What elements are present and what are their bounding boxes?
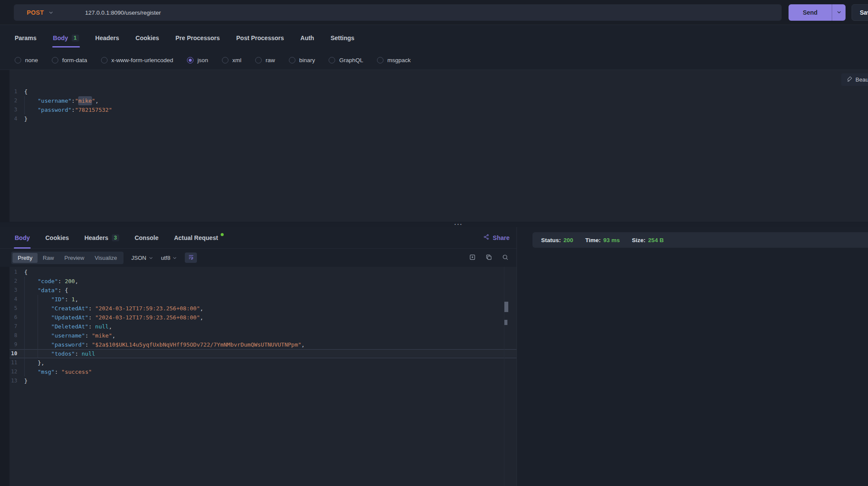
search-button[interactable] <box>502 254 509 262</box>
language-dropdown[interactable]: JSON <box>131 255 153 261</box>
token: "msg" <box>38 367 54 376</box>
request-bar: POST 127.0.0.1:8090/users/register Send … <box>0 0 868 25</box>
radio-circle-icon <box>222 57 228 63</box>
share-label: Share <box>493 234 510 241</box>
token: : <box>85 331 92 340</box>
scrollbar-annotation-mark[interactable] <box>504 302 508 312</box>
token: , <box>301 340 305 349</box>
request-tab-headers[interactable]: Headers <box>95 25 119 51</box>
response-tab-body[interactable]: Body <box>15 227 30 248</box>
response-tab-label: Cookies <box>45 234 69 241</box>
body-type-xml[interactable]: xml <box>222 57 241 63</box>
line-number: 3 <box>0 105 24 114</box>
send-button[interactable]: Send <box>789 4 832 21</box>
size-label: Size: <box>632 237 646 243</box>
view-mode-preview[interactable]: Preview <box>59 253 89 263</box>
body-type-json[interactable]: json <box>187 57 208 63</box>
beautify-button[interactable]: Beautify <box>841 73 868 86</box>
token: : <box>72 105 75 114</box>
encoding-dropdown[interactable]: utf8 <box>161 255 177 261</box>
download-button[interactable] <box>469 254 476 262</box>
body-type-msgpack[interactable]: msgpack <box>377 57 411 63</box>
response-tab-label: Actual Request <box>174 234 218 241</box>
request-tab-post-processors[interactable]: Post Processors <box>236 25 284 51</box>
request-code-area[interactable]: 1{2"username":"mike",3"password":"782157… <box>0 87 868 123</box>
body-type-label: x-www-form-urlencoded <box>111 57 173 63</box>
request-tab-body[interactable]: Body1 <box>53 25 79 51</box>
response-tab-console[interactable]: Console <box>135 227 158 248</box>
response-tab-actual-request[interactable]: Actual Request <box>174 227 224 248</box>
view-mode-pretty[interactable]: Pretty <box>13 253 38 263</box>
encoding-label: utf8 <box>161 255 171 261</box>
time-value: 93 ms <box>603 237 620 243</box>
request-tab-params[interactable]: Params <box>15 25 37 51</box>
request-tab-pre-processors[interactable]: Pre Processors <box>175 25 220 51</box>
view-mode-switcher: PrettyRawPreviewVisualize <box>11 252 124 264</box>
line-number: 4 <box>0 114 24 123</box>
token: }, <box>38 358 44 367</box>
response-panel: BodyCookiesHeaders3ConsoleActual Request… <box>0 227 516 486</box>
token: : <box>89 322 95 331</box>
code-line: 13} <box>0 376 516 385</box>
radio-circle-icon <box>15 57 21 63</box>
line-number: 10 <box>0 349 24 358</box>
view-mode-visualize[interactable]: Visualize <box>89 253 122 263</box>
editor-overview-ruler <box>504 267 504 486</box>
body-type-graphql[interactable]: GraphQL <box>329 57 363 63</box>
token: } <box>24 376 28 385</box>
response-body-viewer[interactable]: 1{2"code": 200,3"data": {4"ID": 1,5"Crea… <box>0 267 516 486</box>
request-tab-label: Settings <box>330 35 354 41</box>
code-text: "DeletedAt": null, <box>24 322 112 331</box>
code-line: 5"CreatedAt": "2024-03-12T17:59:23.256+0… <box>0 304 516 313</box>
token: : <box>65 295 72 304</box>
splitter-handle-icon[interactable]: ··· <box>454 222 463 227</box>
request-tab-auth[interactable]: Auth <box>301 25 314 51</box>
code-text: "CreatedAt": "2024-03-12T17:59:23.256+08… <box>24 304 203 313</box>
body-type-none[interactable]: none <box>15 57 38 63</box>
url-input[interactable]: 127.0.0.1:8090/users/register <box>85 9 161 16</box>
time-label: Time: <box>585 237 601 243</box>
code-text: "username": "mike", <box>24 331 115 340</box>
token: "username" <box>51 331 85 340</box>
code-line: 4"ID": 1, <box>0 295 516 304</box>
share-button[interactable]: Share <box>483 227 510 248</box>
size-group: Size: 254 B <box>632 237 664 243</box>
body-type-label: GraphQL <box>339 57 363 63</box>
view-mode-raw[interactable]: Raw <box>38 253 59 263</box>
scrollbar-annotation-mark[interactable] <box>504 320 507 325</box>
response-tab-headers[interactable]: Headers3 <box>84 227 119 248</box>
body-type-raw[interactable]: raw <box>255 57 275 63</box>
word-wrap-button[interactable] <box>185 252 197 263</box>
line-number: 8 <box>0 331 24 340</box>
response-tab-cookies[interactable]: Cookies <box>45 227 69 248</box>
body-type-label: binary <box>299 57 315 63</box>
api-client-window: POST 127.0.0.1:8090/users/register Send … <box>0 0 868 486</box>
copy-button[interactable] <box>485 254 492 262</box>
indent-guide-icon <box>38 331 51 340</box>
request-tab-settings[interactable]: Settings <box>330 25 354 51</box>
panel-splitter[interactable]: ··· <box>0 222 868 227</box>
body-type-form-data[interactable]: form-data <box>52 57 87 63</box>
indent-guide-icon <box>24 304 38 313</box>
token: "2024-03-12T17:59:23.256+08:00" <box>95 313 200 322</box>
body-type-x-www-form-urlencoded[interactable]: x-www-form-urlencoded <box>101 57 173 63</box>
line-number: 12 <box>0 367 24 376</box>
indent-guide-icon <box>24 313 38 322</box>
indent-guide-icon <box>24 349 38 358</box>
body-type-binary[interactable]: binary <box>289 57 315 63</box>
copy-icon <box>485 254 492 262</box>
token: : <box>89 313 95 322</box>
method-selector[interactable]: POST <box>14 9 85 16</box>
token: "2024-03-12T17:59:23.256+08:00" <box>95 304 200 313</box>
chevron-down-icon <box>48 10 54 15</box>
request-body-editor[interactable]: Beautify 1{2"username":"mike",3"password… <box>0 70 868 222</box>
request-tab-cookies[interactable]: Cookies <box>136 25 159 51</box>
save-button[interactable]: Save <box>852 4 868 21</box>
token: "username" <box>38 96 71 105</box>
send-options-button[interactable] <box>832 4 846 21</box>
code-text: "password":"782157532" <box>24 105 112 114</box>
time-group: Time: 93 ms <box>585 237 620 243</box>
line-number: 11 <box>0 358 24 367</box>
token: "success" <box>61 367 92 376</box>
radio-circle-icon <box>377 57 383 63</box>
